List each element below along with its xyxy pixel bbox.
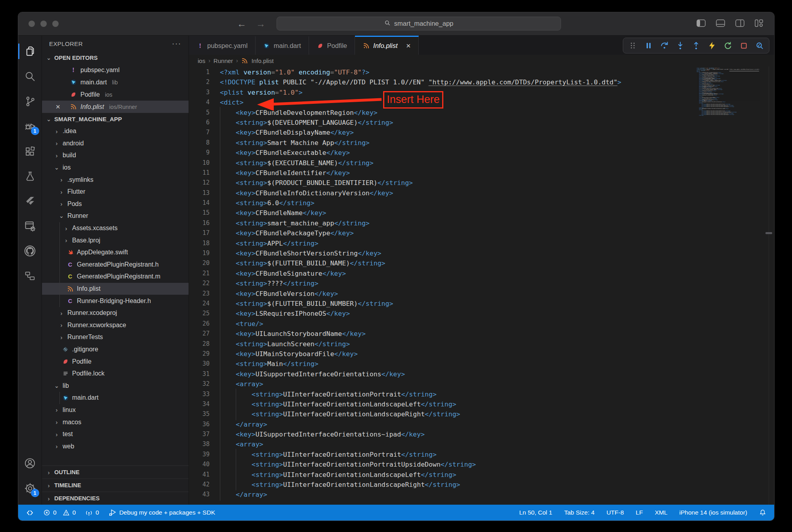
step-into-icon[interactable] [676,41,685,50]
code-line[interactable]: 17<key>CFBundlePackageType</key> [189,228,774,238]
code-line[interactable]: 28<string>LaunchScreen</string> [189,339,774,349]
breadcrumb-info-plist[interactable]: Info.plist [252,57,274,64]
tab-info-plist[interactable]: Info.plist✕ [355,36,419,55]
code-line[interactable]: 31<key>UISupportedInterfaceOrientations<… [189,369,774,379]
run-debug-icon[interactable]: 1 [18,114,42,139]
explorer-icon[interactable] [18,39,42,64]
search-icon[interactable] [18,64,42,89]
account-icon[interactable] [18,451,42,476]
code-editor[interactable]: 1<?xml version="1.0" encoding="UTF-8"?>2… [189,67,774,505]
remote-indicator[interactable] [26,509,34,517]
tree-item[interactable]: ›RunnerTests [42,331,189,343]
code-line[interactable]: 9<key>CFBundleExecutable</key> [189,148,774,158]
open-editor-item[interactable]: !pubspec.yaml [42,64,189,76]
history-back-button[interactable]: ← [237,19,246,29]
tree-item[interactable]: CGeneratedPluginRegistrant.h [42,259,189,271]
code-line[interactable]: 18<string>APPL</string> [189,238,774,248]
code-line[interactable]: 19<key>CFBundleShortVersionString</key> [189,248,774,258]
code-line[interactable]: 43</array> [189,490,774,500]
code-line[interactable]: 14<string>6.0</string> [189,198,774,208]
tree-item[interactable]: ›linux [42,404,189,416]
tree-item[interactable]: Info.plist [42,283,189,295]
toggle-right-sidebar-icon[interactable] [735,19,744,29]
step-out-icon[interactable] [691,41,701,50]
tab-size[interactable]: Tab Size: 4 [564,509,595,516]
toggle-panel-icon[interactable] [716,19,725,29]
code-line[interactable]: 29<key>UIMainStoryboardFile</key> [189,349,774,359]
open-editor-item[interactable]: ✕Info.plistios/Runner [42,101,189,113]
code-line[interactable]: 6<string>$(DEVELOPMENT_LANGUAGE)</string… [189,118,774,128]
tree-item[interactable]: ›.symlinks [42,174,189,186]
tree-item[interactable]: Podfile.lock [42,368,189,380]
code-line[interactable]: 16<string>smart_machine_app</string> [189,218,774,228]
open-editors-section-header[interactable]: ⌄ OPEN EDITORS [42,51,189,64]
tab-pubspec-yaml[interactable]: !pubspec.yaml [189,36,256,55]
ports-indicator[interactable]: 0 [85,509,99,517]
tree-item[interactable]: ›Flutter [42,186,189,198]
code-line[interactable]: 21<key>CFBundleSignature</key> [189,269,774,278]
code-line[interactable]: 34<string>UIInterfaceOrientationLandscap… [189,399,774,409]
tree-item[interactable]: ›Runner.xcodeproj [42,307,189,319]
outline-section-header[interactable]: › OUTLINE [42,465,189,479]
code-line[interactable]: 40<string>UIInterfaceOrientationPortrait… [189,460,774,469]
testing-icon[interactable] [18,164,42,189]
minimize-window-button[interactable] [40,21,47,27]
flutter-icon[interactable] [18,189,42,214]
code-line[interactable]: 11<key>CFBundleIdentifier</key> [189,168,774,178]
code-line[interactable]: 7<key>CFBundleDisplayName</key> [189,128,774,137]
editor-scrollbar[interactable] [769,67,774,505]
code-line[interactable]: 37<key>UISupportedInterfaceOrientations~… [189,429,774,439]
step-over-icon[interactable] [660,41,669,50]
language-mode[interactable]: XML [655,509,668,516]
tree-item[interactable]: ›Pods [42,198,189,210]
code-line[interactable]: 13<key>CFBundleInfoDictionaryVersion</ke… [189,188,774,198]
github-icon[interactable] [18,238,42,263]
code-line[interactable]: 10<string>$(EXECUTABLE_NAME)</string> [189,158,774,168]
code-line[interactable]: 32<array> [189,379,774,389]
timeline-section-header[interactable]: › TIMELINE [42,479,189,492]
eol[interactable]: LF [636,509,643,516]
code-line[interactable]: 27<key>UILaunchStoryboardName</key> [189,329,774,339]
breadcrumb-ios[interactable]: ios [198,57,205,64]
tree-item[interactable]: ›android [42,137,189,150]
inspector-icon[interactable] [755,41,764,50]
tree-item[interactable]: .gitignore [42,343,189,356]
close-window-button[interactable] [29,21,35,27]
close-tab-icon[interactable]: ✕ [406,42,411,50]
tree-item[interactable]: main.dart [42,392,189,404]
extensions-icon[interactable] [18,139,42,164]
code-line[interactable]: 39<string>UIInterfaceOrientationPortrait… [189,450,774,460]
tree-item[interactable]: ⌄ios [42,162,189,174]
code-line[interactable]: 42<string>UIInterfaceOrientationLandscap… [189,480,774,490]
project-section-header[interactable]: ⌄ SMART_MACHINE_APP [42,113,189,125]
tree-item[interactable]: AppDelegate.swift [42,246,189,259]
tab-podfile[interactable]: Podfile [309,36,355,55]
open-editor-item[interactable]: Podfileios [42,88,189,101]
problems-indicator[interactable]: 0 0 [43,509,76,516]
tree-item[interactable]: ›web [42,440,189,452]
history-forward-button[interactable]: → [256,19,265,29]
stop-icon[interactable] [739,41,748,50]
drag-handle-icon[interactable] [628,41,637,50]
command-center-search[interactable]: smart_machine_app [277,17,561,31]
tree-item[interactable]: ⌄lib [42,379,189,392]
code-line[interactable]: 36</array> [189,419,774,429]
source-control-icon[interactable] [18,89,42,114]
breadcrumb-runner[interactable]: Runner [214,57,233,64]
tree-item[interactable]: ›test [42,428,189,440]
code-line[interactable]: 22<string>????</string> [189,278,774,288]
code-line[interactable]: 8<string>Smart Machine App</string> [189,138,774,148]
code-line[interactable]: 20<string>$(FLUTTER_BUILD_NAME)</string> [189,258,774,268]
tree-item[interactable]: ›macos [42,416,189,428]
cursor-position[interactable]: Ln 50, Col 1 [519,509,552,516]
tree-item[interactable]: ›build [42,149,189,162]
code-line[interactable]: 12<string>$(PRODUCT_BUNDLE_IDENTIFIER)</… [189,178,774,188]
customize-layout-icon[interactable] [755,19,763,29]
pause-icon[interactable] [644,41,653,50]
code-line[interactable]: 33<string>UIInterfaceOrientationPortrait… [189,389,774,399]
tree-item[interactable]: ›Base.lproj [42,234,189,246]
dependencies-section-header[interactable]: › DEPENDENCIES [42,492,189,505]
tree-item[interactable]: ›Assets.xcassets [42,222,189,235]
encoding[interactable]: UTF-8 [607,509,624,516]
open-editor-item[interactable]: main.dartlib [42,76,189,88]
